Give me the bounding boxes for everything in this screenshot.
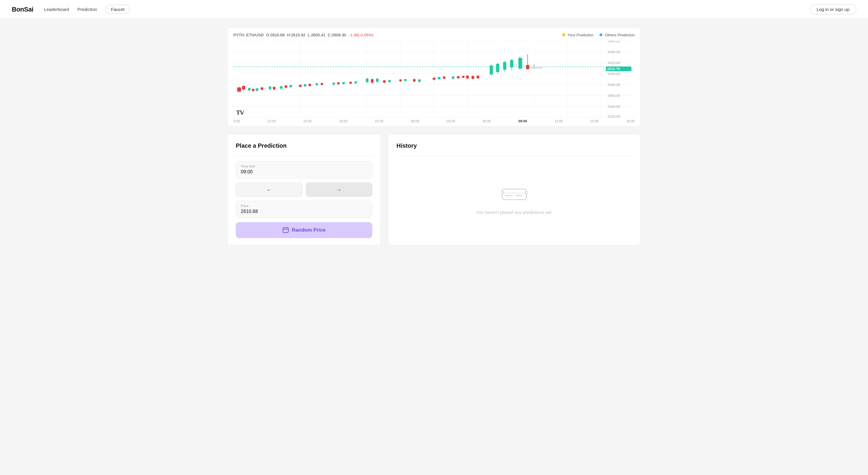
svg-rect-96	[443, 76, 445, 78]
svg-rect-102	[462, 76, 465, 78]
chart-area: 2660.00 2640.00 2620.00 2610.70 2600.00 …	[234, 41, 634, 118]
chart-ticker: PYTH: ETH/USD O:2610.68 H:2615.92 L:2605…	[234, 33, 373, 37]
svg-rect-132	[516, 195, 523, 196]
login-button[interactable]: Log in or sign up	[810, 4, 856, 14]
svg-rect-84	[399, 80, 402, 81]
others-prediction-dot	[599, 33, 602, 36]
svg-rect-44	[269, 87, 272, 89]
svg-text:2540.00: 2540.00	[608, 105, 620, 108]
price-value: 2610.68	[241, 209, 367, 214]
logo: BonSai	[12, 6, 33, 13]
history-empty-message: You haven't placed any predictions yet.	[476, 210, 553, 215]
svg-rect-36	[248, 88, 251, 90]
svg-rect-123	[283, 228, 288, 233]
svg-rect-34	[242, 86, 245, 90]
nav: Leaderboard Prediction Faucet	[44, 5, 810, 14]
svg-text:2560.00: 2560.00	[608, 94, 620, 97]
arrow-row: ← →	[236, 183, 372, 197]
svg-rect-40	[255, 88, 258, 91]
svg-rect-88	[413, 79, 416, 82]
random-price-icon	[282, 227, 289, 233]
bottom-section: Place a Prediction Time Slot 09:00 ← → P…	[227, 134, 641, 246]
svg-text:2600.00: 2600.00	[608, 72, 620, 75]
chart-ticker-info: PYTH: ETH/USD O:2610.68 H:2615.92 L:2605…	[234, 33, 373, 37]
svg-rect-42	[261, 88, 264, 90]
arrow-right-button[interactable]: →	[306, 183, 372, 197]
svg-rect-54	[299, 85, 302, 87]
svg-rect-118	[519, 58, 522, 68]
prediction-title: Place a Prediction	[236, 142, 372, 149]
svg-text:2660.00: 2660.00	[608, 41, 620, 43]
nav-prediction[interactable]: Prediction	[78, 7, 97, 12]
chart-header: PYTH: ETH/USD O:2610.68 H:2615.92 L:2605…	[234, 33, 634, 37]
header: BonSai Leaderboard Prediction Faucet Log…	[0, 0, 868, 19]
svg-rect-90	[418, 80, 421, 82]
svg-rect-68	[342, 82, 345, 84]
svg-rect-74	[366, 78, 368, 82]
main-content: PYTH: ETH/USD O:2610.68 H:2615.92 L:2605…	[215, 19, 653, 254]
svg-rect-80	[383, 81, 386, 83]
svg-text:𝕋𝕍: 𝕋𝕍	[236, 110, 245, 116]
svg-rect-38	[252, 89, 255, 91]
others-prediction-legend: Others Prediction	[599, 33, 634, 37]
chart-svg: 2660.00 2640.00 2620.00 2610.70 2600.00 …	[234, 41, 634, 118]
svg-rect-60	[315, 83, 318, 85]
prediction-divider	[236, 156, 372, 156]
svg-rect-62	[320, 83, 323, 85]
svg-rect-50	[285, 85, 287, 88]
svg-rect-72	[354, 82, 357, 83]
svg-rect-108	[476, 75, 479, 78]
random-price-button[interactable]: Random Price	[236, 222, 372, 238]
svg-rect-76	[371, 79, 374, 83]
svg-rect-46	[273, 87, 276, 90]
svg-point-130	[525, 192, 528, 194]
svg-rect-56	[304, 84, 306, 86]
svg-text:2640.00: 2640.00	[608, 50, 620, 54]
nav-faucet-button[interactable]: Faucet	[105, 5, 130, 14]
svg-rect-112	[496, 64, 499, 72]
svg-rect-131	[505, 195, 513, 196]
history-title: History	[397, 142, 632, 149]
time-slot-field: Time Slot 09:00	[236, 161, 372, 179]
time-slot-value: 09:00	[241, 169, 367, 175]
svg-rect-92	[433, 78, 435, 80]
time-slot-label: Time Slot	[241, 164, 367, 168]
svg-rect-78	[376, 78, 379, 82]
svg-text:2520.00: 2520.00	[608, 115, 620, 118]
svg-point-129	[501, 192, 504, 194]
svg-text:↑: ↑	[533, 63, 535, 68]
chart-card: PYTH: ETH/USD O:2610.68 H:2615.92 L:2605…	[227, 27, 641, 127]
arrow-left-button[interactable]: ←	[236, 183, 302, 197]
svg-rect-127	[502, 189, 526, 200]
chart-change: -1.38(-0.05%)	[349, 33, 373, 37]
svg-rect-70	[349, 82, 352, 84]
svg-text:2620.00: 2620.00	[608, 61, 620, 65]
random-price-label: Random Price	[292, 227, 326, 233]
svg-rect-94	[438, 77, 440, 79]
svg-rect-106	[471, 76, 474, 79]
svg-rect-64	[332, 83, 335, 85]
svg-rect-100	[457, 76, 460, 78]
price-label: Price	[241, 204, 367, 208]
your-prediction-legend: Your Prediction	[562, 33, 593, 37]
svg-rect-116	[510, 60, 514, 67]
ticket-icon	[501, 186, 528, 203]
svg-rect-104	[466, 75, 469, 78]
prediction-card: Place a Prediction Time Slot 09:00 ← → P…	[227, 134, 381, 246]
svg-rect-52	[289, 85, 292, 87]
svg-rect-48	[280, 86, 282, 89]
arrow-left-icon: ←	[266, 186, 272, 193]
svg-rect-66	[337, 83, 340, 84]
svg-rect-98	[452, 76, 454, 78]
time-axis: 9:00 12:00 15:00 18:00 21:00 00:00 03:00…	[234, 118, 634, 123]
svg-rect-82	[388, 80, 391, 82]
arrow-right-icon: →	[336, 186, 342, 193]
svg-text:2610.70: 2610.70	[607, 67, 620, 71]
svg-rect-110	[490, 66, 493, 74]
svg-rect-32	[237, 88, 241, 92]
history-empty: You haven't placed any predictions yet.	[397, 156, 632, 238]
svg-rect-58	[308, 84, 311, 86]
svg-rect-86	[404, 79, 407, 81]
nav-leaderboard[interactable]: Leaderboard	[44, 7, 69, 12]
svg-text:2580.00: 2580.00	[608, 83, 620, 87]
